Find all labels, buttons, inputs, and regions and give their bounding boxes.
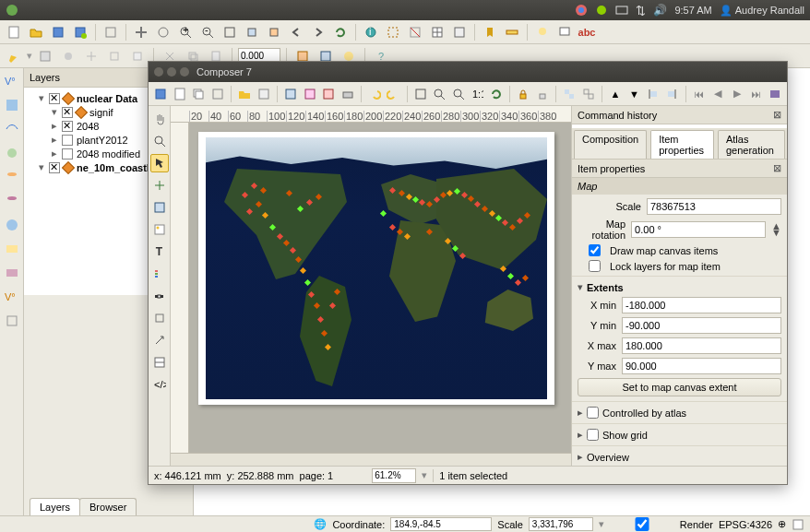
table-icon[interactable] <box>427 22 447 42</box>
atlas-checkbox[interactable] <box>587 407 599 419</box>
overview-header[interactable]: ▸Overview <box>578 449 781 465</box>
raise-icon[interactable]: ▲ <box>607 84 625 104</box>
crs[interactable]: EPSG:4326 <box>719 519 772 530</box>
volume-icon[interactable]: 🔊 <box>653 4 667 17</box>
move-content-icon[interactable] <box>150 176 169 195</box>
new-doc-icon[interactable] <box>4 22 24 42</box>
atlas-first-icon[interactable]: ⏮ <box>691 84 709 104</box>
scale-input[interactable] <box>647 198 781 215</box>
save-template-icon[interactable] <box>255 84 272 104</box>
spatialite-icon[interactable] <box>3 144 21 162</box>
save-as-icon[interactable] <box>70 22 90 42</box>
align-left-icon[interactable] <box>645 84 662 104</box>
identify-icon[interactable]: i <box>361 22 381 42</box>
add-html-icon[interactable]: </> <box>150 375 169 394</box>
set-extent-button[interactable]: Set to map canvas extent <box>578 378 781 396</box>
atlas-preview-icon[interactable] <box>767 84 784 104</box>
bookmark-icon[interactable] <box>480 22 500 42</box>
pan-icon[interactable] <box>131 22 151 42</box>
zoom-out-icon[interactable]: - <box>197 22 218 42</box>
zoom-full2-icon[interactable] <box>412 84 430 104</box>
add-map-icon[interactable] <box>150 198 169 217</box>
vector-layer-icon[interactable]: V° <box>3 72 21 90</box>
add-shape-icon[interactable] <box>150 309 169 327</box>
export-image-icon[interactable] <box>282 84 300 104</box>
measure-icon[interactable] <box>502 22 522 42</box>
map-item[interactable] <box>206 137 547 399</box>
edit-pencil-icon[interactable] <box>4 46 24 66</box>
postgis-icon[interactable] <box>3 120 21 138</box>
zoom-selection-icon[interactable] <box>264 22 284 42</box>
annotation-icon[interactable] <box>554 22 575 42</box>
draw-canvas-checkbox[interactable] <box>589 244 601 256</box>
ymin-input[interactable] <box>622 317 781 334</box>
lower-icon[interactable]: ▼ <box>625 84 643 104</box>
select-icon[interactable] <box>383 22 403 42</box>
scale-dropdown-icon[interactable]: ▾ <box>599 518 604 530</box>
scrollbar-horizontal[interactable] <box>171 453 571 466</box>
lock-layers-checkbox[interactable] <box>589 260 601 272</box>
user-menu[interactable]: 👤Audrey Randall <box>720 5 804 17</box>
zoom-next-icon[interactable] <box>308 22 328 42</box>
controlled-by-atlas-header[interactable]: ▸ Controlled by atlas <box>578 405 781 420</box>
add-label-icon[interactable]: T <box>150 242 169 261</box>
zoom-in2-icon[interactable] <box>431 84 448 104</box>
zoom-full-icon[interactable] <box>220 22 240 42</box>
render-checkbox[interactable] <box>610 517 674 531</box>
composer-titlebar[interactable]: Composer 7 <box>149 62 787 82</box>
field-calc-icon[interactable] <box>449 22 470 42</box>
spin-down-icon[interactable]: ▼ <box>771 230 781 236</box>
add-scalebar-icon[interactable] <box>150 287 169 305</box>
mssql-icon[interactable] <box>3 168 21 186</box>
grid-checkbox[interactable] <box>587 429 599 441</box>
chrome-icon[interactable] <box>575 4 588 17</box>
atlas-last-icon[interactable]: ⏭ <box>747 84 765 104</box>
group-icon[interactable] <box>561 84 578 104</box>
composer-canvas[interactable] <box>189 123 571 453</box>
coord-input[interactable] <box>390 517 492 531</box>
ymax-input[interactable] <box>622 358 781 374</box>
unlock-icon[interactable] <box>533 84 551 104</box>
tab-atlas[interactable]: Atlas generation <box>718 130 785 159</box>
export-svg-icon[interactable] <box>301 84 318 104</box>
delete-selected-icon[interactable] <box>127 46 148 66</box>
zoom-actual-icon[interactable]: 1:1 <box>469 84 486 104</box>
network-icon[interactable]: ⇅ <box>636 4 646 18</box>
extents-header[interactable]: ▾Extents <box>578 279 781 295</box>
redo-icon[interactable] <box>385 84 402 104</box>
new-shapefile-icon[interactable] <box>3 312 21 330</box>
add-image-icon[interactable] <box>150 220 169 239</box>
atlas-prev-icon[interactable]: ◀ <box>709 84 727 104</box>
zoom-in-icon[interactable]: + <box>175 22 196 42</box>
tips-icon[interactable] <box>532 22 553 42</box>
pan-to-selection-icon[interactable] <box>153 22 173 42</box>
wcs-icon[interactable] <box>3 240 21 258</box>
tab-browser[interactable]: Browser <box>79 498 137 515</box>
add-feature-icon[interactable] <box>58 46 78 66</box>
refresh2-icon[interactable] <box>488 84 506 104</box>
zoom-tool-icon[interactable] <box>150 132 169 150</box>
add-arrow-icon[interactable] <box>150 331 169 349</box>
text-layer-icon[interactable]: V° <box>3 288 21 306</box>
move-feature-icon[interactable] <box>81 46 101 66</box>
manager-icon[interactable] <box>209 84 227 104</box>
globe-icon[interactable]: 🌐 <box>314 518 327 530</box>
print-icon[interactable] <box>339 84 356 104</box>
crs-icon[interactable]: ⊕ <box>778 518 786 530</box>
zoom-input[interactable] <box>372 468 416 483</box>
oracle-icon[interactable] <box>3 192 21 210</box>
lock-icon[interactable] <box>515 84 532 104</box>
undo-icon[interactable] <box>366 84 384 104</box>
tab-composition[interactable]: Composition <box>574 130 647 159</box>
atlas-next-icon[interactable]: ▶ <box>729 84 746 104</box>
clock[interactable]: 9:57 AM <box>674 5 711 16</box>
save-edits-icon[interactable] <box>35 46 55 66</box>
zoom-layer-icon[interactable] <box>242 22 262 42</box>
refresh-icon[interactable] <box>330 22 351 42</box>
indicator-icon[interactable] <box>595 4 608 17</box>
close-icon[interactable]: ⊠ <box>773 162 781 174</box>
wms-icon[interactable] <box>3 216 21 234</box>
rotation-input[interactable] <box>631 221 766 238</box>
log-icon[interactable] <box>792 518 804 531</box>
label-icon[interactable]: abc <box>577 22 597 42</box>
